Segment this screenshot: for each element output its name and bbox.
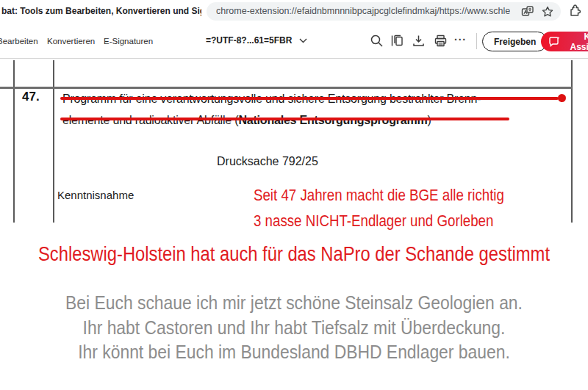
gray-line-2: Ihr habt Castoren und Ihr habt Tiefsalz … xyxy=(35,316,553,341)
agenda-item-number: 47. xyxy=(22,90,40,104)
note-line2: 3 nasse NICHT-Endlager und Gorleben xyxy=(254,212,493,230)
extensions-puzzle-icon[interactable] xyxy=(568,4,581,18)
gray-line-1: Bei Euch schaue ich mir jetzt schöne Ste… xyxy=(35,291,553,316)
address-bar[interactable]: chrome-extension://efaidnbmnnnibpcajpcgl… xyxy=(207,2,561,21)
table-border-right xyxy=(571,60,573,223)
menu-esignaturen[interactable]: E-Signaturen xyxy=(104,37,153,46)
browser-tab[interactable]: bat: Tools zum Bearbeiten, Konvertieren … xyxy=(1,6,201,16)
ai-assistant-button[interactable]: KI-Assistent xyxy=(541,32,588,51)
page-thumbnails-icon[interactable] xyxy=(390,34,404,48)
print-icon[interactable] xyxy=(434,34,448,48)
gray-commentary: Bei Euch schaue ich mir jetzt schöne Ste… xyxy=(35,291,553,365)
filename-dropdown[interactable]: =?UTF-8?...61=5FBR xyxy=(206,35,307,46)
menu-konvertieren[interactable]: Konvertieren xyxy=(47,37,95,46)
chevron-down-icon xyxy=(299,38,307,43)
pdf-page: 47. Programm für eine verantwortungsvoll… xyxy=(0,59,588,390)
acrobat-toolbar: Bearbeiten Konvertieren E-Signaturen =?U… xyxy=(0,23,588,59)
red-annotation-note: Seit 47 Jahren macht die BGE alle richti… xyxy=(254,182,504,234)
note-line1: Seit 47 Jahren macht die BGE alle richti… xyxy=(254,186,504,204)
kenntnisnahme-label: Kenntnisnahme xyxy=(57,189,134,201)
ai-assistant-label: KI-Assistent xyxy=(565,32,588,52)
red-heading: Schleswig-Holstein hat auch für das NaPr… xyxy=(35,243,553,266)
more-options-icon[interactable]: ··· xyxy=(454,34,467,46)
browser-chrome-bar: bat: Tools zum Bearbeiten, Konvertieren … xyxy=(0,0,588,23)
table-border-mid xyxy=(53,60,54,223)
browser-window: bat: Tools zum Bearbeiten, Konvertieren … xyxy=(0,0,588,390)
download-icon[interactable] xyxy=(412,34,426,48)
gray-line-3: Ihr könnt bei Euch im Bundesland DBHD En… xyxy=(35,340,553,365)
filename-label: =?UTF-8?...61=5FBR xyxy=(206,35,292,46)
url-text[interactable]: chrome-extension://efaidnbmnnnibpcajpcgl… xyxy=(216,6,510,16)
translate-icon[interactable] xyxy=(521,5,534,18)
share-button[interactable]: Freigeben xyxy=(482,32,548,51)
bookmark-star-icon[interactable] xyxy=(541,5,554,18)
menu-bearbeiten[interactable]: Bearbeiten xyxy=(0,37,38,46)
strikethrough-annotation-2 xyxy=(60,118,509,120)
agenda-item-title: Programm für eine verantwortungsvolle un… xyxy=(62,89,570,131)
search-icon[interactable] xyxy=(370,34,384,48)
drucksache-reference: Drucksache 792/25 xyxy=(217,155,318,168)
table-border-left xyxy=(13,60,15,223)
strikethrough-annotation-1 xyxy=(60,97,559,100)
ai-chat-icon xyxy=(548,36,561,48)
strikethrough-end-dot xyxy=(558,94,566,102)
toolbar-divider xyxy=(476,33,477,49)
